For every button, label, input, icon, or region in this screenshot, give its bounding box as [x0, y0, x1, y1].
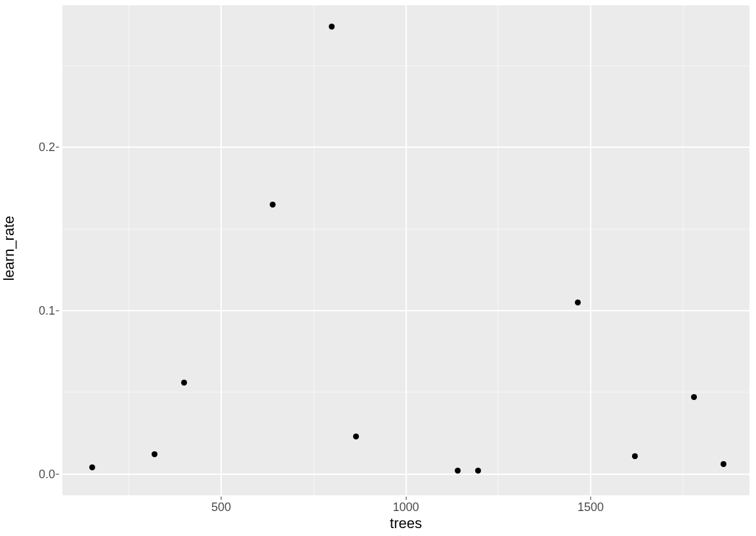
grid-minor-v — [129, 5, 129, 495]
data-point — [353, 434, 359, 439]
data-point — [721, 461, 726, 467]
grid-minor-h — [62, 392, 749, 393]
x-tick-mark — [590, 497, 591, 500]
data-point — [575, 300, 581, 305]
plot-panel — [62, 5, 749, 495]
data-point — [632, 453, 638, 459]
y-tick-mark — [56, 311, 59, 311]
grid-minor-v — [682, 5, 683, 495]
x-tick-label: 1000 — [392, 501, 419, 514]
grid-minor-h — [62, 229, 749, 229]
data-point — [329, 24, 335, 30]
grid-minor-h — [62, 66, 749, 66]
x-tick-label: 500 — [211, 501, 231, 514]
y-tick-label: 0.0 — [18, 467, 55, 481]
x-tick-mark — [221, 497, 222, 500]
grid-line-v — [406, 5, 407, 495]
y-axis-label-container: learn_rate — [0, 0, 18, 497]
grid-minor-v — [313, 5, 314, 495]
scatter-chart: learn_rate 0.00.10.2 50010001500 trees — [0, 0, 756, 536]
data-point — [475, 468, 481, 474]
x-tick-mark — [406, 497, 406, 500]
data-point — [270, 202, 276, 208]
grid-line-v — [220, 5, 222, 495]
y-tick-mark — [56, 474, 59, 474]
y-tick-label: 0.2 — [18, 141, 55, 154]
data-point — [181, 380, 187, 386]
y-axis-ticks: 0.00.10.2 — [18, 5, 59, 495]
x-axis-ticks: 50010001500 — [62, 497, 749, 515]
x-axis-label: trees — [62, 515, 749, 535]
x-tick-label: 1500 — [578, 501, 604, 514]
y-tick-mark — [56, 147, 59, 148]
data-point — [89, 464, 95, 470]
grid-minor-v — [498, 5, 499, 495]
y-axis-label: learn_rate — [1, 215, 18, 280]
grid-line-v — [590, 5, 591, 495]
data-point — [455, 468, 461, 474]
data-point — [691, 394, 697, 400]
data-point — [152, 451, 158, 457]
y-tick-label: 0.1 — [18, 304, 55, 318]
